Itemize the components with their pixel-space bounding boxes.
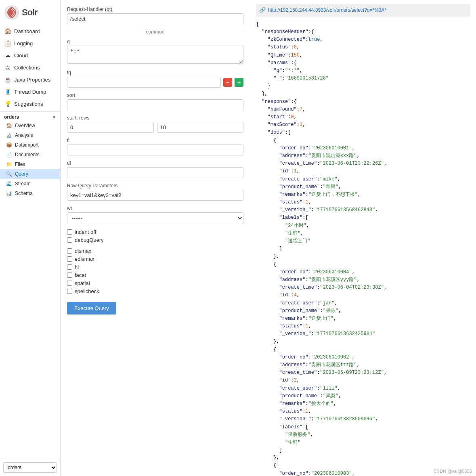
raw-query-group: Raw Query Parameters bbox=[67, 183, 243, 201]
sidebar-item-java-properties[interactable]: ☕ Java Properties bbox=[0, 73, 60, 86]
execute-query-button[interactable]: Execute Query bbox=[67, 302, 116, 315]
sidebar-item-dataimport[interactable]: 📦 Dataimport bbox=[0, 140, 60, 150]
sidebar-item-overview[interactable]: 🏠 Overview bbox=[0, 121, 60, 130]
debug-query-label[interactable]: debugQuery bbox=[67, 237, 243, 243]
logo-area: Solr bbox=[0, 0, 60, 25]
df-input[interactable] bbox=[67, 167, 243, 178]
watermark: CSDN @wu@5555 bbox=[434, 469, 472, 474]
sort-group: sort bbox=[67, 92, 243, 110]
start-rows-row bbox=[67, 122, 243, 133]
sort-label: sort bbox=[67, 92, 243, 98]
start-input[interactable] bbox=[67, 122, 154, 133]
start-rows-label: start, rows bbox=[67, 115, 243, 121]
fq-input[interactable] bbox=[67, 77, 221, 88]
start-rows-group: start, rows bbox=[67, 115, 243, 133]
dismax-label[interactable]: dismax bbox=[67, 248, 243, 254]
sidebar-item-label: Cloud bbox=[14, 52, 28, 59]
query-icon: 🔍 bbox=[6, 171, 12, 177]
core-name: orders bbox=[4, 114, 19, 120]
facet-label[interactable]: facet bbox=[67, 272, 243, 278]
dashboard-icon: 🏠 bbox=[4, 28, 11, 34]
sidebar-item-analysis[interactable]: 🔬 Analysis bbox=[0, 130, 60, 140]
raw-query-input[interactable] bbox=[67, 190, 243, 201]
spatial-label[interactable]: spatial bbox=[67, 280, 243, 286]
q-group: q *:* bbox=[67, 39, 243, 65]
fq-row: − + bbox=[67, 77, 243, 88]
fl-label: fl bbox=[67, 138, 243, 143]
rows-input[interactable] bbox=[157, 122, 244, 133]
core-item-label: Stream bbox=[15, 181, 31, 187]
spellcheck-checkbox[interactable] bbox=[67, 289, 72, 294]
analysis-icon: 🔬 bbox=[6, 132, 12, 138]
spatial-checkbox[interactable] bbox=[67, 281, 72, 286]
sidebar-item-collections[interactable]: 🗂 Collections bbox=[0, 61, 60, 73]
core-dropdown-icon[interactable]: ▼ bbox=[52, 115, 56, 120]
overview-icon: 🏠 bbox=[6, 123, 12, 128]
sidebar-item-cloud[interactable]: ☁ Cloud bbox=[0, 49, 60, 61]
sidebar-item-query[interactable]: 🔍 Query bbox=[0, 169, 60, 179]
files-icon: 📁 bbox=[6, 161, 12, 167]
fq-remove-button[interactable]: − bbox=[223, 78, 232, 87]
stream-icon: 🌊 bbox=[6, 181, 12, 187]
edismax-checkbox[interactable] bbox=[67, 256, 72, 262]
sidebar-item-dashboard[interactable]: 🏠 Dashboard bbox=[0, 25, 60, 37]
solr-logo: Solr bbox=[4, 5, 38, 20]
core-selector-select[interactable]: orders bbox=[3, 462, 57, 473]
sidebar-item-documents[interactable]: 📄 Documents bbox=[0, 150, 60, 159]
request-handler-label: Request-Handler (qt) bbox=[67, 6, 243, 12]
url-icon: 🔗 bbox=[259, 6, 266, 15]
query-panel: Request-Handler (qt) common q *:* fq − +… bbox=[61, 0, 250, 476]
hl-checkbox[interactable] bbox=[67, 264, 72, 270]
sidebar-item-thread-dump[interactable]: 🧵 Thread Dump bbox=[0, 86, 60, 98]
df-label: df bbox=[67, 160, 243, 166]
request-handler-input[interactable] bbox=[67, 13, 243, 24]
dismax-checkbox[interactable] bbox=[67, 248, 72, 254]
indent-off-checkbox[interactable] bbox=[67, 229, 72, 235]
logging-icon: 📋 bbox=[4, 40, 11, 46]
sidebar-item-files[interactable]: 📁 Files bbox=[0, 159, 60, 169]
sidebar-item-suggestions[interactable]: 💡 Suggestions bbox=[0, 98, 60, 110]
core-item-label: Schema bbox=[15, 191, 33, 196]
core-section: orders ▼ 🏠 Overview 🔬 Analysis 📦 Dataimp… bbox=[0, 111, 60, 198]
hl-label[interactable]: hl bbox=[67, 264, 243, 270]
fq-add-button[interactable]: + bbox=[235, 78, 243, 87]
sidebar: Solr 🏠 Dashboard 📋 Logging ☁ Cloud 🗂 Col… bbox=[0, 0, 61, 476]
sidebar-item-label: Dashboard bbox=[14, 28, 40, 34]
sidebar-item-label: Java Properties bbox=[14, 77, 50, 83]
fq-group: fq − + bbox=[67, 70, 243, 88]
sidebar-item-schema[interactable]: 📊 Schema bbox=[0, 189, 60, 198]
cloud-icon: ☁ bbox=[4, 52, 11, 59]
collections-icon: 🗂 bbox=[4, 64, 11, 71]
sidebar-item-label: Thread Dump bbox=[14, 89, 46, 95]
main-content: Request-Handler (qt) common q *:* fq − +… bbox=[61, 0, 476, 476]
core-item-label: Overview bbox=[15, 123, 35, 128]
edismax-label[interactable]: edismax bbox=[67, 256, 243, 262]
sidebar-item-label: Suggestions bbox=[14, 101, 43, 107]
core-selector-bar: orders bbox=[0, 459, 60, 476]
indent-group: indent off debugQuery bbox=[67, 229, 243, 243]
spellcheck-label[interactable]: spellcheck bbox=[67, 288, 243, 294]
sidebar-item-logging[interactable]: 📋 Logging bbox=[0, 37, 60, 49]
core-item-label: Analysis bbox=[15, 132, 33, 138]
sidebar-item-stream[interactable]: 🌊 Stream bbox=[0, 179, 60, 189]
extra-checkboxes: dismax edismax hl facet spatial spellche… bbox=[67, 248, 243, 294]
documents-icon: 📄 bbox=[6, 152, 12, 157]
common-divider: common bbox=[67, 29, 243, 35]
q-input[interactable]: *:* bbox=[67, 46, 243, 64]
dataimport-icon: 📦 bbox=[6, 142, 12, 148]
indent-off-label[interactable]: indent off bbox=[67, 229, 243, 235]
request-handler-group: Request-Handler (qt) bbox=[67, 6, 243, 24]
json-output: { "responseHeader":{ "zkConnected":true,… bbox=[256, 21, 470, 476]
sort-input[interactable] bbox=[67, 99, 243, 110]
java-icon: ☕ bbox=[4, 76, 11, 83]
result-url: http://192.168.244.44:8983/solr/orders/s… bbox=[268, 6, 386, 14]
df-group: df bbox=[67, 160, 243, 178]
sidebar-item-label: Logging bbox=[14, 40, 33, 46]
wt-select[interactable]: ------ json xml csv python bbox=[67, 212, 243, 224]
core-item-label: Documents bbox=[15, 152, 40, 157]
facet-checkbox[interactable] bbox=[67, 273, 72, 278]
result-url-bar: 🔗 http://192.168.244.44:8983/solr/orders… bbox=[256, 4, 470, 17]
debug-query-checkbox[interactable] bbox=[67, 237, 72, 243]
fl-input[interactable] bbox=[67, 145, 243, 155]
suggestions-icon: 💡 bbox=[4, 101, 11, 107]
